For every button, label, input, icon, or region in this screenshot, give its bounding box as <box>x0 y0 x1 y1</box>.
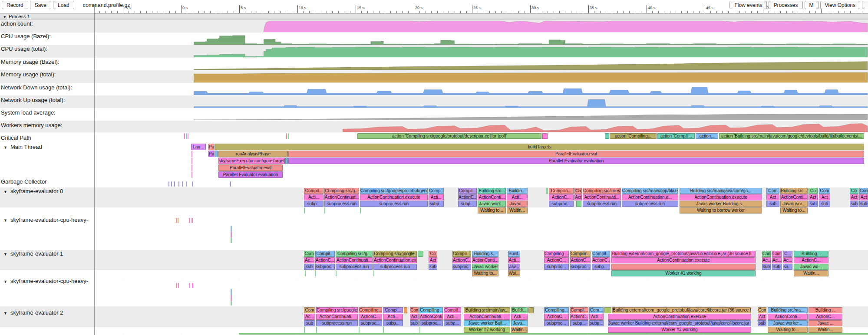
slice-sliver[interactable] <box>176 218 177 223</box>
slice[interactable]: Com <box>410 307 419 313</box>
slice-sliver[interactable] <box>231 232 232 238</box>
slice[interactable]: Act <box>850 194 858 200</box>
slice[interactable]: subp... <box>458 201 477 207</box>
slice-sliver[interactable] <box>191 158 192 164</box>
slice[interactable]: subp... <box>429 201 444 207</box>
slice-sliver[interactable] <box>305 270 306 276</box>
net-up-chart[interactable] <box>94 96 868 108</box>
net-down-chart[interactable] <box>94 83 868 95</box>
slice[interactable]: Building external/com_google_protobuf/ja… <box>612 307 751 313</box>
slice[interactable]: Co <box>850 188 858 194</box>
slice[interactable]: Compil... <box>315 251 335 257</box>
slice[interactable]: Javac worker Building s... <box>680 201 762 207</box>
slice[interactable]: Act <box>410 314 419 320</box>
slice[interactable]: subprocess.run <box>622 201 678 207</box>
slice-sliver[interactable] <box>546 188 548 194</box>
slice[interactable]: subprocess.run <box>360 201 428 207</box>
slice[interactable]: Com <box>772 251 782 257</box>
slice[interactable]: subp... <box>592 264 610 270</box>
slice[interactable]: Compiling src/g... <box>324 188 359 194</box>
slice[interactable]: ActionContinuation.execute <box>373 257 417 263</box>
slice-sliver[interactable] <box>336 270 337 276</box>
load-button[interactable]: Load <box>53 1 74 9</box>
slice[interactable]: Compiling ... <box>419 307 443 313</box>
slice-sliver[interactable] <box>359 327 360 333</box>
slice[interactable]: Waiting to... <box>478 207 506 213</box>
slice[interactable]: action 'Compili... <box>657 133 695 139</box>
slice[interactable]: Jav... <box>508 264 520 270</box>
slice[interactable]: Compiling src/google/protobuf/generat... <box>360 188 428 194</box>
slice-sliver[interactable] <box>360 207 361 213</box>
slice[interactable]: Com <box>304 251 314 257</box>
cpu-total-chart[interactable] <box>94 46 868 57</box>
slice[interactable]: sub <box>859 201 868 207</box>
mem-bazel-chart[interactable] <box>94 58 868 70</box>
slice[interactable]: Worker #7 working <box>464 327 510 333</box>
collapse-arrow-icon[interactable]: ▼ <box>3 145 7 150</box>
slice[interactable]: subproc... <box>359 320 382 326</box>
slice[interactable]: Javac wor... <box>780 201 808 207</box>
slice[interactable]: Waitin... <box>809 327 842 333</box>
slice[interactable]: ActionConti... <box>419 314 443 320</box>
slice[interactable]: ParallelEvaluator.eval <box>288 151 864 157</box>
slice[interactable]: ActionC... <box>794 257 828 263</box>
action-count-chart[interactable] <box>94 20 868 32</box>
slice[interactable]: sub <box>772 264 782 270</box>
slice[interactable]: Lau... <box>191 144 206 150</box>
slice[interactable]: Com <box>859 188 868 194</box>
view-options-button[interactable]: View Options <box>820 1 860 9</box>
slice[interactable]: Compiling src/g... <box>336 251 373 257</box>
slice[interactable]: Compil... <box>570 307 588 313</box>
slice-sliver[interactable] <box>189 218 190 223</box>
slice-sliver[interactable] <box>286 133 287 139</box>
slice[interactable]: ActionConti... <box>472 257 498 263</box>
slice[interactable]: Waiting to... <box>768 327 808 333</box>
slice-sliver[interactable] <box>184 133 185 139</box>
slice[interactable]: Javac worker Buil... <box>464 320 510 326</box>
slice[interactable]: Parallel Evaluator evaluation <box>288 158 864 164</box>
slice[interactable]: ActionContinuati... <box>336 257 373 263</box>
slice-sliver[interactable] <box>192 181 193 187</box>
slice[interactable]: subproc... <box>544 264 569 270</box>
slice[interactable]: Javac worker Building external/com_googl… <box>608 320 751 326</box>
slice[interactable]: subproc... <box>315 264 335 270</box>
slice[interactable]: Ac... <box>783 257 792 263</box>
slice-sliver[interactable] <box>191 164 192 171</box>
slice[interactable]: Building src/ma... <box>768 307 808 313</box>
slice-sliver[interactable] <box>231 301 232 305</box>
slice[interactable]: Ac... <box>304 314 315 320</box>
slice[interactable]: Acti... <box>304 194 323 200</box>
slice[interactable]: Com <box>304 307 315 313</box>
slice[interactable]: subproc... <box>570 264 591 270</box>
slice-sliver[interactable] <box>611 264 756 270</box>
slice[interactable]: action 'Building src/main/java/com/googl… <box>719 133 864 139</box>
slice[interactable]: ActionContinuation.execute <box>608 314 751 320</box>
slice[interactable]: Building s... <box>472 251 498 257</box>
slice-sliver[interactable] <box>168 181 169 187</box>
slice-sliver[interactable] <box>182 181 183 187</box>
slice[interactable]: Acti... <box>429 194 444 200</box>
mem-total-chart[interactable] <box>94 71 868 82</box>
slice[interactable]: sub <box>410 320 419 326</box>
slice[interactable]: Wai... <box>508 270 520 276</box>
slice[interactable]: subp... <box>304 201 323 207</box>
slice[interactable]: ActionC... <box>549 194 574 200</box>
collapse-arrow-icon[interactable]: ▼ <box>3 218 7 223</box>
slice[interactable]: ActionContinuati... <box>464 314 510 320</box>
slice[interactable]: Compi... <box>383 307 403 313</box>
slice[interactable]: ActionConti... <box>478 194 506 200</box>
slice[interactable]: ActionC... <box>458 194 477 200</box>
slice-sliver[interactable] <box>231 295 232 301</box>
slice[interactable]: ActionContinuation.execute <box>360 194 428 200</box>
slice[interactable]: ActionContinuation.e... <box>622 194 678 200</box>
cpu-bazel-chart[interactable] <box>94 33 868 45</box>
slice-sliver[interactable] <box>324 207 325 213</box>
slice-sliver[interactable] <box>528 307 534 313</box>
slice[interactable]: Ac... <box>762 257 771 263</box>
slice[interactable]: subproc... <box>452 264 471 270</box>
slice[interactable]: Waiting to... <box>780 207 808 213</box>
slice[interactable]: Com <box>762 251 771 257</box>
slice[interactable]: Compil... <box>444 307 461 313</box>
slice[interactable]: ActionConti... <box>768 314 808 320</box>
collapse-arrow-icon[interactable]: ▼ <box>3 311 7 315</box>
